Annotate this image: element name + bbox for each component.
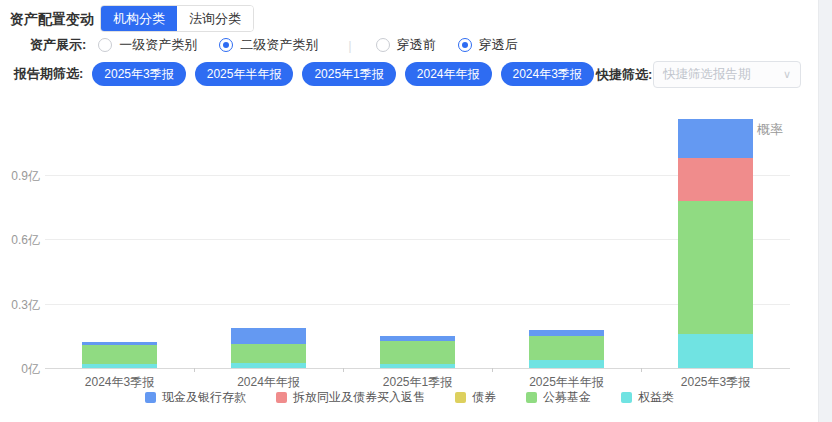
axis-tick xyxy=(641,368,642,372)
bar-segment-拆放同业及债券买入返售[interactable] xyxy=(678,158,753,201)
radio-icon xyxy=(458,38,472,52)
pill-report-period-3[interactable]: 2024年年报 xyxy=(405,62,492,86)
quick-filter-label: 快捷筛选: xyxy=(596,66,652,84)
legend-label: 债券 xyxy=(472,389,496,406)
y-axis-label: 0.6亿 xyxy=(0,232,40,249)
radio-pre-penetration[interactable]: 穿透前 xyxy=(376,36,436,54)
radio-level2-asset[interactable]: 二级资产类别 xyxy=(219,36,318,54)
chart: 0亿0.3亿0.6亿0.9亿2024年3季报2024年年报2025年1季报202… xyxy=(0,100,819,422)
radio-post-penetration[interactable]: 穿透后 xyxy=(458,36,518,54)
annotation-gailv: 概率 xyxy=(757,121,783,139)
legend-item-公募基金[interactable]: 公募基金 xyxy=(526,389,591,406)
bar-segment-权益类[interactable] xyxy=(678,334,753,368)
y-axis-label: 0亿 xyxy=(0,361,40,378)
bar-segment-权益类[interactable] xyxy=(529,360,604,368)
bar-segment-公募基金[interactable] xyxy=(231,344,306,363)
bar-segment-现金及银行存款[interactable] xyxy=(231,328,306,344)
legend: 现金及银行存款拆放同业及债券买入返售债券公募基金权益类 xyxy=(0,389,819,406)
tab-institution-classification[interactable]: 机构分类 xyxy=(101,6,177,31)
bar-segment-公募基金[interactable] xyxy=(529,336,604,360)
bar-segment-公募基金[interactable] xyxy=(380,341,455,364)
bar-segment-现金及银行存款[interactable] xyxy=(678,119,753,158)
classification-tabs: 机构分类 法询分类 xyxy=(100,5,254,32)
tab-faxun-classification[interactable]: 法询分类 xyxy=(177,6,253,31)
radio-icon xyxy=(98,38,112,52)
pill-report-period-0[interactable]: 2025年3季报 xyxy=(92,62,185,86)
bar-segment-公募基金[interactable] xyxy=(678,201,753,334)
radio-label: 二级资产类别 xyxy=(240,36,318,54)
page-title: 资产配置变动 xyxy=(10,11,94,29)
report-filter-label: 报告期筛选: xyxy=(14,65,83,83)
y-axis-label: 0.3亿 xyxy=(0,297,40,314)
legend-item-权益类[interactable]: 权益类 xyxy=(621,389,674,406)
divider: | xyxy=(348,38,351,53)
asset-allocation-panel: 资产配置变动 机构分类 法询分类 资产展示: 一级资产类别 二级资产类别 | 穿… xyxy=(0,0,819,422)
bar-segment-权益类[interactable] xyxy=(380,364,455,368)
legend-item-现金及银行存款[interactable]: 现金及银行存款 xyxy=(145,389,246,406)
radio-icon xyxy=(376,38,390,52)
report-period-filter-row: 报告期筛选: 2025年3季报2025年半年报2025年1季报2024年年报20… xyxy=(14,62,603,86)
legend-label: 公募基金 xyxy=(543,389,591,406)
legend-label: 权益类 xyxy=(638,389,674,406)
pill-report-period-2[interactable]: 2025年1季报 xyxy=(302,62,395,86)
axis-tick xyxy=(492,368,493,372)
radio-level1-asset[interactable]: 一级资产类别 xyxy=(98,36,197,54)
legend-marker xyxy=(455,392,466,403)
y-axis-label: 0.9亿 xyxy=(0,168,40,185)
bar-segment-现金及银行存款[interactable] xyxy=(380,336,455,341)
radio-label: 穿透前 xyxy=(397,36,436,54)
legend-label: 现金及银行存款 xyxy=(162,389,246,406)
bar-segment-现金及银行存款[interactable] xyxy=(529,330,604,336)
bar-segment-权益类[interactable] xyxy=(231,363,306,368)
report-period-pills: 2025年3季报2025年半年报2025年1季报2024年年报2024年3季报 xyxy=(92,62,603,86)
asset-display-row: 资产展示: 一级资产类别 二级资产类别 | 穿透前 穿透后 xyxy=(30,36,540,54)
radio-icon xyxy=(219,38,233,52)
legend-label: 拆放同业及债券买入返售 xyxy=(293,389,425,406)
radio-label: 一级资产类别 xyxy=(119,36,197,54)
asset-display-label: 资产展示: xyxy=(30,36,86,54)
x-axis-line xyxy=(45,368,790,369)
quick-filter-placeholder: 快捷筛选报告期 xyxy=(663,66,783,83)
radio-label: 穿透后 xyxy=(479,36,518,54)
chevron-down-icon: ∨ xyxy=(783,68,791,81)
bar-segment-现金及银行存款[interactable] xyxy=(82,342,157,345)
axis-tick xyxy=(194,368,195,372)
legend-marker xyxy=(276,392,287,403)
bar-segment-公募基金[interactable] xyxy=(82,345,157,364)
bar-segment-权益类[interactable] xyxy=(82,364,157,368)
legend-marker xyxy=(145,392,156,403)
pill-report-period-4[interactable]: 2024年3季报 xyxy=(501,62,594,86)
axis-tick xyxy=(343,368,344,372)
legend-item-债券[interactable]: 债券 xyxy=(455,389,496,406)
legend-marker xyxy=(526,392,537,403)
legend-item-拆放同业及债券买入返售[interactable]: 拆放同业及债券买入返售 xyxy=(276,389,425,406)
pill-report-period-1[interactable]: 2025年半年报 xyxy=(195,62,294,86)
legend-marker xyxy=(621,392,632,403)
quick-filter-select[interactable]: 快捷筛选报告期 ∨ xyxy=(653,61,801,88)
